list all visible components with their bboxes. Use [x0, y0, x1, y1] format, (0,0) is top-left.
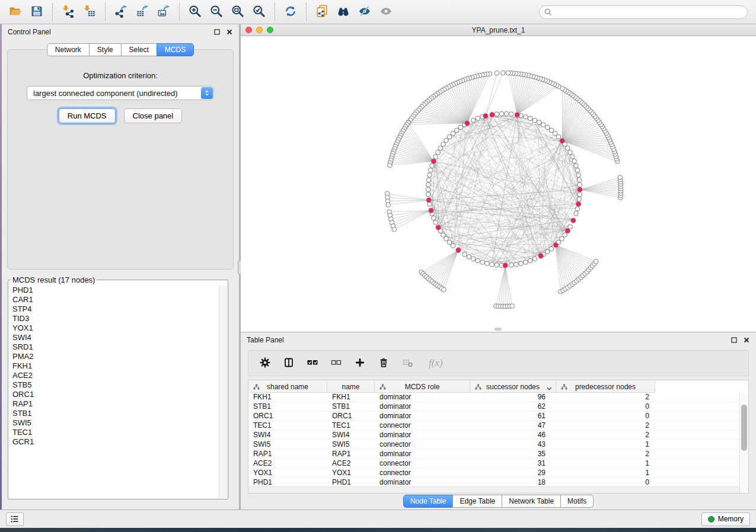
- deselect-all-button[interactable]: [326, 355, 347, 371]
- table-cell[interactable]: connector: [375, 440, 470, 449]
- float-table-panel-icon[interactable]: [731, 336, 738, 344]
- table-cell[interactable]: TEC1: [248, 421, 327, 430]
- zoom-fit-button[interactable]: [227, 4, 248, 21]
- table-cell[interactable]: 1: [556, 459, 655, 468]
- table-cell[interactable]: SWI4: [327, 431, 375, 440]
- search-input[interactable]: [552, 7, 742, 17]
- result-list-item[interactable]: STB5: [9, 380, 219, 390]
- table-cell[interactable]: 96: [470, 393, 556, 402]
- close-panel-icon[interactable]: [226, 28, 233, 36]
- table-cell[interactable]: 61: [470, 412, 556, 421]
- result-list-item[interactable]: SRD1: [9, 342, 219, 352]
- add-column-button[interactable]: [349, 355, 371, 371]
- memory-button[interactable]: Memory: [701, 512, 750, 526]
- table-cell[interactable]: 1: [556, 469, 655, 477]
- table-cell[interactable]: connector: [375, 469, 470, 477]
- table-vertical-scrollbar[interactable]: [739, 393, 748, 493]
- result-list-item[interactable]: YOX1: [9, 323, 219, 333]
- table-cell[interactable]: 18: [470, 478, 556, 486]
- float-panel-icon[interactable]: [213, 28, 221, 36]
- result-list-item[interactable]: STB1: [9, 409, 219, 418]
- table-tab-network-table[interactable]: Network Table: [502, 495, 561, 508]
- column-header-predecessor-nodes[interactable]: predecessor nodes: [556, 380, 655, 393]
- refresh-view-button[interactable]: [280, 4, 301, 21]
- hide-selected-button[interactable]: [354, 4, 375, 21]
- zoom-selected-button[interactable]: [248, 4, 270, 21]
- network-canvas[interactable]: [241, 36, 756, 332]
- table-cell[interactable]: 0: [556, 412, 655, 421]
- table-cell[interactable]: YOX1: [248, 469, 327, 477]
- table-cell[interactable]: 31: [470, 459, 556, 468]
- table-cell[interactable]: 62: [470, 402, 556, 411]
- table-cell[interactable]: ACE2: [327, 459, 375, 468]
- export-image-button[interactable]: [153, 4, 174, 21]
- table-cell[interactable]: 2: [556, 431, 655, 440]
- window-close-button[interactable]: [245, 27, 252, 33]
- tab-style[interactable]: Style: [89, 43, 122, 56]
- table-cell[interactable]: FKH1: [327, 393, 375, 402]
- export-network-button[interactable]: [110, 4, 132, 21]
- table-cell[interactable]: 2: [556, 421, 655, 430]
- result-list-item[interactable]: RAP1: [9, 399, 219, 409]
- table-cell[interactable]: dominator: [375, 450, 470, 459]
- share-document-button[interactable]: [311, 4, 333, 21]
- table-row[interactable]: SWI5SWI5connector431: [248, 440, 739, 450]
- column-header-successor-nodes[interactable]: successor nodes: [470, 380, 556, 393]
- table-cell[interactable]: YOX1: [327, 469, 375, 477]
- table-cell[interactable]: dominator: [375, 478, 470, 486]
- tab-mcds[interactable]: MCDS: [157, 43, 194, 56]
- tab-network[interactable]: Network: [47, 43, 90, 56]
- open-file-button[interactable]: [5, 4, 26, 21]
- delete-column-button[interactable]: [373, 355, 394, 371]
- table-tab-node-table[interactable]: Node Table: [403, 495, 454, 508]
- close-table-panel-icon[interactable]: [743, 336, 750, 344]
- table-cell[interactable]: 0: [556, 478, 655, 486]
- table-cell[interactable]: ORC1: [327, 412, 375, 421]
- save-session-button[interactable]: [26, 4, 47, 21]
- window-maximize-button[interactable]: [267, 27, 273, 33]
- result-list-item[interactable]: SWI5: [9, 418, 219, 428]
- column-header-shared-name[interactable]: shared name: [248, 380, 327, 393]
- import-network-button[interactable]: [58, 4, 79, 21]
- select-all-button[interactable]: [302, 355, 323, 371]
- table-row[interactable]: RAP1RAP1dominator352: [248, 450, 739, 459]
- table-cell[interactable]: dominator: [375, 393, 470, 402]
- result-list-scrollbar[interactable]: [219, 286, 227, 498]
- result-list-item[interactable]: CAR1: [9, 295, 219, 305]
- table-cell[interactable]: TEC1: [327, 421, 375, 430]
- table-row[interactable]: ORC1ORC1dominator610: [248, 412, 739, 421]
- table-row[interactable]: YOX1YOX1connector291: [248, 469, 739, 478]
- table-cell[interactable]: ACE2: [248, 459, 327, 468]
- table-cell[interactable]: SWI5: [327, 440, 375, 449]
- table-cell[interactable]: 35: [470, 450, 556, 459]
- table-cell[interactable]: STB1: [248, 402, 327, 411]
- table-cell[interactable]: dominator: [375, 402, 470, 411]
- canvas-scroll-thumb[interactable]: [495, 328, 502, 331]
- table-cell[interactable]: SWI4: [248, 431, 327, 440]
- result-list-item[interactable]: FKH1: [9, 361, 219, 371]
- table-cell[interactable]: RAP1: [327, 450, 375, 459]
- result-list-item[interactable]: TID3: [9, 314, 219, 323]
- toggle-column-button[interactable]: [278, 355, 299, 371]
- column-header-MCDS-role[interactable]: MCDS role: [375, 380, 470, 393]
- table-cell[interactable]: PHD1: [327, 478, 375, 486]
- table-row[interactable]: SWI4SWI4dominator462: [248, 431, 739, 440]
- table-cell[interactable]: 29: [470, 469, 556, 477]
- table-tab-edge-table[interactable]: Edge Table: [452, 495, 502, 508]
- table-cell[interactable]: 47: [470, 421, 556, 430]
- settings-button[interactable]: [254, 355, 276, 371]
- result-list-item[interactable]: PMA2: [9, 352, 219, 361]
- table-cell[interactable]: 1: [556, 440, 655, 449]
- table-cell[interactable]: 2: [556, 393, 655, 402]
- table-row[interactable]: PHD1PHD1dominator180: [248, 478, 739, 486]
- table-row[interactable]: TEC1TEC1connector472: [248, 421, 739, 431]
- result-list-item[interactable]: STP4: [9, 305, 219, 314]
- table-cell[interactable]: 2: [556, 450, 655, 459]
- table-scrollbar-thumb[interactable]: [741, 405, 747, 451]
- table-cell[interactable]: SWI5: [248, 440, 327, 449]
- table-cell[interactable]: RAP1: [248, 450, 327, 459]
- search-field[interactable]: [539, 5, 748, 19]
- table-cell[interactable]: 46: [470, 431, 556, 440]
- search-network-button[interactable]: [333, 4, 354, 21]
- result-list-item[interactable]: PHD1: [9, 286, 219, 295]
